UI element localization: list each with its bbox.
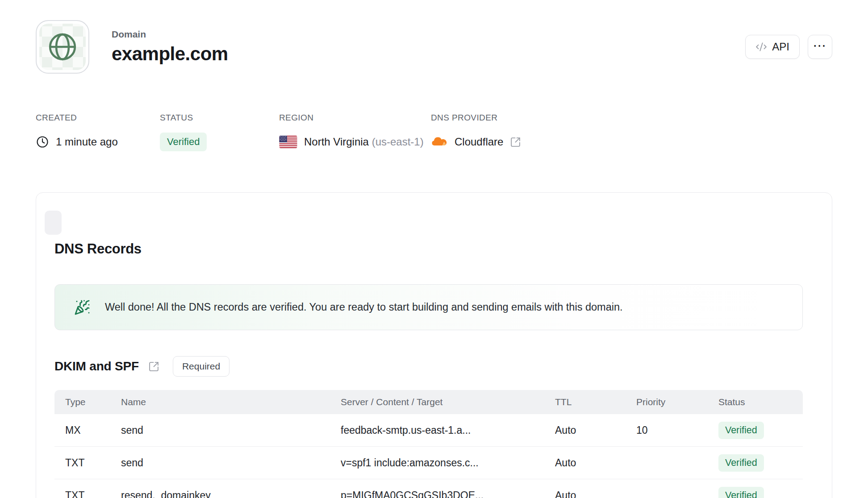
page-title: example.com bbox=[112, 43, 228, 65]
globe-icon bbox=[48, 32, 77, 62]
verified-badge: Verified bbox=[718, 487, 764, 498]
domain-detail-page: Domain example.com API ⋯ CREATED bbox=[0, 0, 868, 498]
table-header-row: Type Name Server / Content / Target TTL … bbox=[54, 390, 803, 414]
section-accent-tab bbox=[45, 211, 62, 235]
region-value: North Virginia (us-east-1) bbox=[304, 136, 424, 148]
created-label: CREATED bbox=[36, 113, 160, 123]
more-icon: ⋯ bbox=[813, 39, 827, 52]
column-priority: Priority bbox=[636, 397, 718, 407]
table-row[interactable]: TXT resend._domainkey p=MIGfMA0GCSqGSIb3… bbox=[54, 479, 803, 498]
header-identity: Domain example.com bbox=[36, 20, 228, 74]
record-priority: 10 bbox=[636, 424, 718, 436]
region-label: REGION bbox=[279, 113, 431, 123]
dkim-spf-title: DKIM and SPF bbox=[54, 359, 139, 374]
record-ttl: Auto bbox=[555, 457, 636, 469]
meta-status: STATUS Verified bbox=[160, 113, 279, 151]
entity-type-label: Domain bbox=[112, 29, 228, 40]
record-name: send bbox=[121, 424, 341, 436]
region-code: (us-east-1) bbox=[372, 136, 424, 148]
code-icon bbox=[755, 41, 767, 53]
cloudflare-icon bbox=[431, 137, 448, 147]
created-value: 1 minute ago bbox=[56, 136, 118, 148]
header-actions: API ⋯ bbox=[745, 35, 832, 59]
dns-records-table: Type Name Server / Content / Target TTL … bbox=[54, 390, 803, 498]
record-status: Verified bbox=[718, 422, 803, 439]
column-ttl: TTL bbox=[555, 397, 636, 407]
dns-provider-label: DNS PROVIDER bbox=[431, 113, 832, 123]
record-type: TXT bbox=[65, 490, 121, 498]
record-content: v=spf1 include:amazonses.c... bbox=[341, 457, 555, 469]
record-type: TXT bbox=[65, 457, 121, 469]
table-row[interactable]: MX send feedback-smtp.us-east-1.a... Aut… bbox=[54, 414, 803, 447]
record-ttl: Auto bbox=[555, 490, 636, 498]
column-content: Server / Content / Target bbox=[341, 397, 555, 407]
domain-avatar bbox=[36, 20, 89, 74]
meta-dns-provider: DNS PROVIDER Cloudflare bbox=[431, 113, 832, 151]
api-button[interactable]: API bbox=[745, 35, 800, 59]
external-link-icon[interactable] bbox=[510, 137, 521, 148]
us-flag-icon bbox=[279, 136, 297, 148]
dns-provider-value: Cloudflare bbox=[455, 136, 503, 148]
meta-created: CREATED 1 minute ago bbox=[36, 113, 160, 151]
record-type: MX bbox=[65, 424, 121, 436]
record-content: feedback-smtp.us-east-1.a... bbox=[341, 424, 555, 436]
page-header: Domain example.com API ⋯ bbox=[0, 0, 868, 74]
table-row[interactable]: TXT send v=spf1 include:amazonses.c... A… bbox=[54, 447, 803, 479]
api-button-label: API bbox=[772, 41, 789, 53]
verified-badge: Verified bbox=[718, 422, 764, 439]
column-type: Type bbox=[65, 397, 121, 407]
record-content: p=MIGfMA0GCSqGSIb3DQE... bbox=[341, 490, 555, 498]
record-name: send bbox=[121, 457, 341, 469]
record-name: resend._domainkey bbox=[121, 490, 341, 498]
dns-records-card: DNS Records Well done! All the DNS recor… bbox=[36, 192, 832, 498]
required-badge: Required bbox=[173, 356, 230, 377]
dkim-external-link-icon[interactable] bbox=[148, 361, 159, 372]
banner-message: Well done! All the DNS records are verif… bbox=[105, 301, 623, 313]
domain-meta-row: CREATED 1 minute ago STATUS Verified REG… bbox=[0, 113, 868, 151]
meta-region: REGION bbox=[279, 113, 431, 151]
more-options-button[interactable]: ⋯ bbox=[808, 35, 832, 59]
status-badge: Verified bbox=[160, 133, 207, 151]
success-banner: Well done! All the DNS records are verif… bbox=[54, 284, 803, 330]
header-titles: Domain example.com bbox=[112, 29, 228, 65]
status-label: STATUS bbox=[160, 113, 279, 123]
record-status: Verified bbox=[718, 487, 803, 498]
record-ttl: Auto bbox=[555, 424, 636, 436]
clock-icon bbox=[36, 135, 49, 149]
dkim-spf-section-header: DKIM and SPF Required bbox=[54, 356, 803, 377]
record-status: Verified bbox=[718, 454, 803, 472]
dns-records-title: DNS Records bbox=[54, 241, 803, 257]
party-popper-icon bbox=[74, 299, 90, 315]
verified-badge: Verified bbox=[718, 454, 764, 472]
column-name: Name bbox=[121, 397, 341, 407]
column-status: Status bbox=[718, 397, 803, 407]
